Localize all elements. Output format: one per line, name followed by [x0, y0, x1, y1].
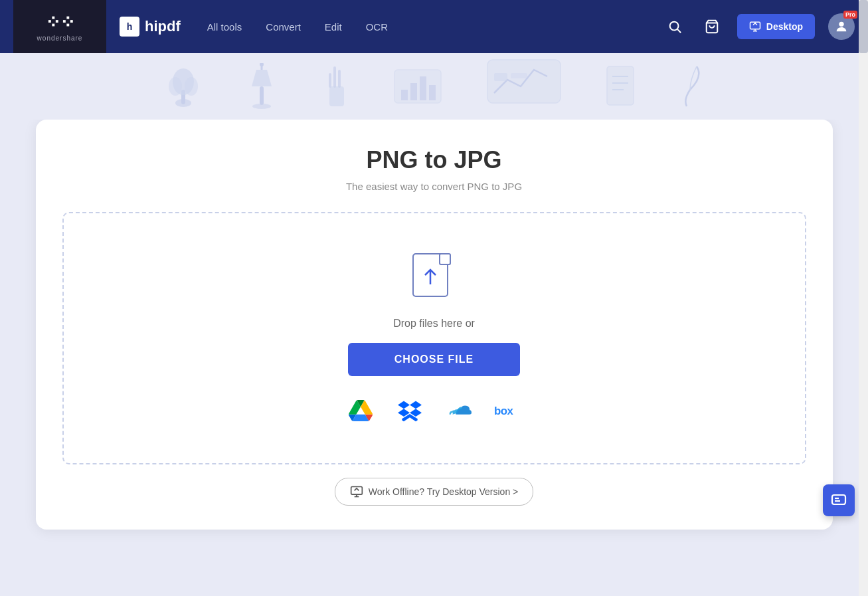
svg-line-1	[677, 29, 681, 33]
box-button[interactable]: box	[493, 396, 523, 425]
nav-ocr[interactable]: OCR	[366, 21, 388, 33]
main-content: PNG to JPG The easiest way to convert PN…	[0, 120, 868, 556]
svg-rect-34	[440, 254, 450, 264]
svg-rect-22	[401, 90, 408, 100]
drop-text: Drop files here or	[393, 318, 475, 330]
onedrive-button[interactable]	[444, 396, 474, 425]
hipdf-brand-link[interactable]: h hipdf	[120, 17, 181, 37]
page-title: PNG to JPG	[62, 146, 806, 174]
wondershare-label: wondershare	[37, 35, 83, 42]
nav-links: All tools Convert Edit OCR	[207, 21, 663, 33]
offline-banner: Work Offline? Try Desktop Version >	[62, 478, 806, 506]
svg-rect-17	[329, 86, 344, 106]
user-icon	[834, 19, 849, 34]
nav-actions: Desktop Pro	[663, 13, 855, 40]
nav-all-tools[interactable]: All tools	[207, 21, 242, 33]
scrollbar-thumb[interactable]	[859, 0, 868, 53]
navbar: ⁘⁘ wondershare h hipdf All tools Convert…	[0, 0, 868, 53]
svg-rect-27	[494, 73, 507, 81]
choose-file-button[interactable]: CHOOSE FILE	[348, 343, 520, 376]
search-icon	[667, 19, 682, 34]
drop-zone[interactable]: Drop files here or CHOOSE FILE	[62, 212, 806, 464]
upload-icon	[410, 251, 458, 304]
nav-edit[interactable]: Edit	[325, 21, 342, 33]
svg-rect-19	[338, 70, 341, 88]
page-subtitle: The easiest way to convert PNG to JPG	[62, 181, 806, 192]
svg-rect-28	[511, 73, 527, 78]
svg-rect-29	[607, 66, 634, 105]
svg-text:box: box	[494, 405, 514, 417]
cloud-service-icons: box	[346, 396, 523, 425]
pro-badge: Pro	[843, 11, 857, 19]
svg-rect-40	[832, 495, 845, 504]
svg-marker-12	[252, 70, 272, 86]
deco-chart-icon	[391, 63, 444, 116]
wondershare-logo: ⁘⁘	[45, 11, 74, 33]
svg-point-0	[669, 22, 678, 31]
scrollbar[interactable]	[859, 0, 868, 596]
wondershare-brand: ⁘⁘ wondershare	[13, 0, 106, 53]
deco-lamp-icon	[242, 63, 282, 116]
google-drive-button[interactable]	[346, 396, 375, 425]
deco-header	[0, 53, 868, 120]
float-message-button[interactable]	[823, 484, 855, 516]
offline-pill[interactable]: Work Offline? Try Desktop Version >	[335, 478, 534, 506]
search-button[interactable]	[663, 15, 687, 39]
desktop-offline-icon	[350, 485, 363, 498]
svg-point-6	[839, 22, 843, 27]
svg-rect-25	[429, 85, 436, 100]
deco-pencil-icon	[321, 63, 351, 116]
svg-rect-23	[410, 83, 417, 100]
svg-rect-20	[329, 73, 331, 88]
svg-rect-18	[333, 66, 336, 88]
deco-quill-icon	[677, 63, 703, 116]
deco-plant-icon	[165, 63, 202, 116]
message-icon	[831, 492, 847, 508]
hipdf-brand-text: hipdf	[145, 18, 181, 35]
conversion-card: PNG to JPG The easiest way to convert PN…	[36, 120, 833, 530]
cart-icon	[705, 19, 719, 34]
desktop-icon	[749, 21, 761, 33]
deco-document-icon	[604, 63, 637, 116]
svg-point-10	[169, 77, 182, 96]
svg-point-11	[185, 77, 198, 96]
google-drive-icon	[349, 399, 373, 423]
dropbox-button[interactable]	[395, 396, 424, 425]
svg-rect-24	[420, 76, 426, 100]
nav-convert[interactable]: Convert	[266, 21, 301, 33]
deco-monitor-icon	[484, 56, 564, 116]
svg-rect-13	[260, 86, 264, 105]
user-avatar[interactable]: Pro	[828, 13, 855, 40]
svg-point-14	[252, 104, 271, 109]
offline-text: Work Offline? Try Desktop Version >	[369, 486, 519, 497]
box-icon: box	[494, 403, 522, 418]
deco-icons-row	[165, 56, 703, 120]
cart-button[interactable]	[700, 15, 724, 39]
hipdf-logo-icon: h	[120, 17, 139, 37]
svg-point-16	[260, 63, 264, 66]
dropbox-icon	[398, 399, 422, 423]
desktop-button[interactable]: Desktop	[737, 14, 815, 39]
onedrive-icon	[446, 401, 472, 421]
